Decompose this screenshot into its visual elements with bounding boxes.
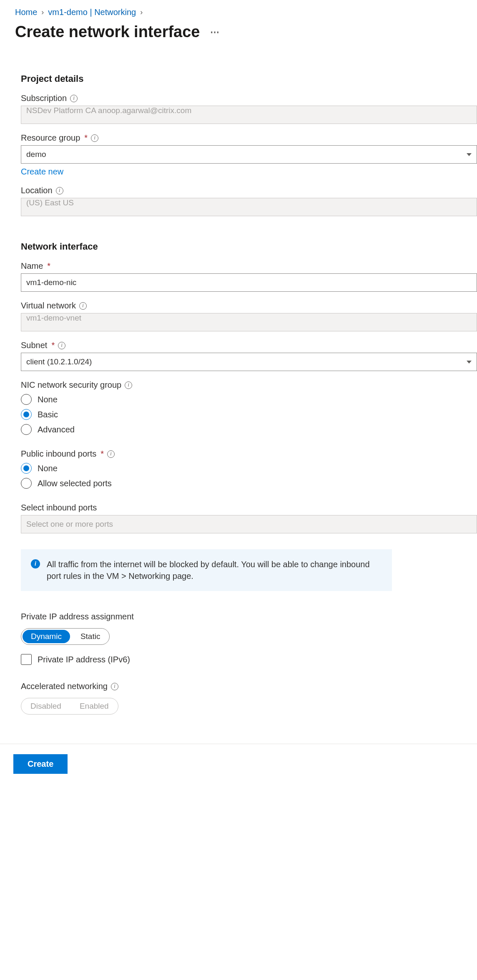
ip-assign-dynamic[interactable]: Dynamic xyxy=(23,630,70,643)
label-location-text: Location xyxy=(21,186,53,195)
section-network-interface: Network interface xyxy=(21,241,477,252)
required-indicator: * xyxy=(47,261,50,271)
radio-icon xyxy=(21,394,32,405)
footer-bar: Create xyxy=(0,744,477,791)
label-public-inbound-text: Public inbound ports xyxy=(21,449,96,459)
label-name-text: Name xyxy=(21,261,43,271)
subnet-value: client (10.2.1.0/24) xyxy=(26,357,92,366)
label-resource-group-text: Resource group xyxy=(21,133,80,143)
label-public-inbound: Public inbound ports * i xyxy=(21,449,477,459)
label-virtual-network: Virtual network i xyxy=(21,301,477,311)
inbound-allow-label: Allow selected ports xyxy=(38,479,112,488)
info-box: i All traffic from the internet will be … xyxy=(21,549,392,591)
label-subnet-text: Subnet xyxy=(21,341,47,350)
nsg-radio-basic[interactable]: Basic xyxy=(21,409,477,420)
nsg-radio-none[interactable]: None xyxy=(21,394,477,405)
virtual-network-value: vm1-demo-vnet xyxy=(26,313,81,322)
required-indicator: * xyxy=(51,341,55,350)
label-location: Location i xyxy=(21,186,477,195)
radio-checked-icon xyxy=(21,409,32,420)
breadcrumb-vm-networking[interactable]: vm1-demo | Networking xyxy=(48,8,136,17)
virtual-network-select[interactable]: vm1-demo-vnet xyxy=(21,313,477,331)
info-icon[interactable]: i xyxy=(91,134,98,142)
inbound-radio-none[interactable]: None xyxy=(21,463,477,474)
section-project-details: Project details xyxy=(21,73,477,84)
info-badge-icon: i xyxy=(31,559,40,568)
nsg-advanced-label: Advanced xyxy=(38,425,75,434)
label-resource-group: Resource group * i xyxy=(21,133,477,143)
create-new-link[interactable]: Create new xyxy=(21,167,63,177)
location-select[interactable]: (US) East US xyxy=(21,198,477,216)
ip-assignment-toggle: Dynamic Static xyxy=(21,628,110,645)
chevron-down-icon xyxy=(467,153,472,156)
more-actions-icon[interactable]: ⋯ xyxy=(210,27,220,38)
chevron-down-icon xyxy=(467,361,472,364)
label-private-ip-assignment: Private IP address assignment xyxy=(21,612,477,621)
label-accelerated-networking: Accelerated networking i xyxy=(21,682,477,691)
info-icon[interactable]: i xyxy=(107,450,115,458)
chevron-right-icon: › xyxy=(140,8,143,17)
breadcrumb: Home › vm1-demo | Networking › xyxy=(15,8,477,17)
info-icon[interactable]: i xyxy=(58,342,65,349)
accelerated-networking-toggle: Disabled Enabled xyxy=(21,698,118,715)
select-inbound-placeholder: Select one or more ports xyxy=(26,520,113,529)
accel-net-disabled: Disabled xyxy=(21,698,70,714)
label-nsg-text: NIC network security group xyxy=(21,380,121,390)
radio-icon xyxy=(21,478,32,489)
nsg-radio-advanced[interactable]: Advanced xyxy=(21,424,477,435)
info-icon[interactable]: i xyxy=(125,381,132,389)
nsg-none-label: None xyxy=(38,395,58,404)
resource-group-select[interactable]: demo xyxy=(21,145,477,164)
accel-net-enabled: Enabled xyxy=(70,698,118,714)
info-box-text: All traffic from the internet will be bl… xyxy=(47,558,382,582)
location-value: (US) East US xyxy=(26,198,74,207)
nsg-basic-label: Basic xyxy=(38,410,58,419)
subscription-select[interactable]: NSDev Platform CA anoop.agarwal@citrix.c… xyxy=(21,106,477,124)
radio-checked-icon xyxy=(21,463,32,474)
resource-group-value: demo xyxy=(26,150,46,159)
info-icon[interactable]: i xyxy=(56,187,63,194)
inbound-radio-allow[interactable]: Allow selected ports xyxy=(21,478,477,489)
label-select-inbound: Select inbound ports xyxy=(21,503,477,513)
label-accelerated-networking-text: Accelerated networking xyxy=(21,682,108,691)
label-name: Name * xyxy=(21,261,477,271)
page-title: Create network interface ⋯ xyxy=(15,23,477,41)
subnet-select[interactable]: client (10.2.1.0/24) xyxy=(21,353,477,371)
create-button[interactable]: Create xyxy=(13,754,68,774)
page-title-text: Create network interface xyxy=(15,23,200,41)
checkbox-icon xyxy=(21,654,32,665)
breadcrumb-home[interactable]: Home xyxy=(15,8,37,17)
label-virtual-network-text: Virtual network xyxy=(21,301,76,311)
ipv6-label: Private IP address (IPv6) xyxy=(38,655,130,664)
required-indicator: * xyxy=(84,133,88,143)
label-subscription-text: Subscription xyxy=(21,93,67,103)
label-nsg: NIC network security group i xyxy=(21,380,477,390)
subscription-value: NSDev Platform CA anoop.agarwal@citrix.c… xyxy=(26,106,191,115)
info-icon[interactable]: i xyxy=(79,302,87,310)
select-inbound-ports[interactable]: Select one or more ports xyxy=(21,515,477,533)
inbound-none-label: None xyxy=(38,464,58,473)
chevron-right-icon: › xyxy=(41,8,44,17)
label-select-inbound-text: Select inbound ports xyxy=(21,503,97,513)
radio-icon xyxy=(21,424,32,435)
label-subnet: Subnet * i xyxy=(21,341,477,350)
label-subscription: Subscription i xyxy=(21,93,477,103)
ipv6-checkbox-row[interactable]: Private IP address (IPv6) xyxy=(21,654,477,665)
ip-assign-static[interactable]: Static xyxy=(71,629,110,644)
required-indicator: * xyxy=(100,449,104,459)
info-icon[interactable]: i xyxy=(70,95,78,102)
label-private-ip-assignment-text: Private IP address assignment xyxy=(21,612,134,621)
info-icon[interactable]: i xyxy=(111,683,118,690)
name-input[interactable] xyxy=(21,273,477,292)
